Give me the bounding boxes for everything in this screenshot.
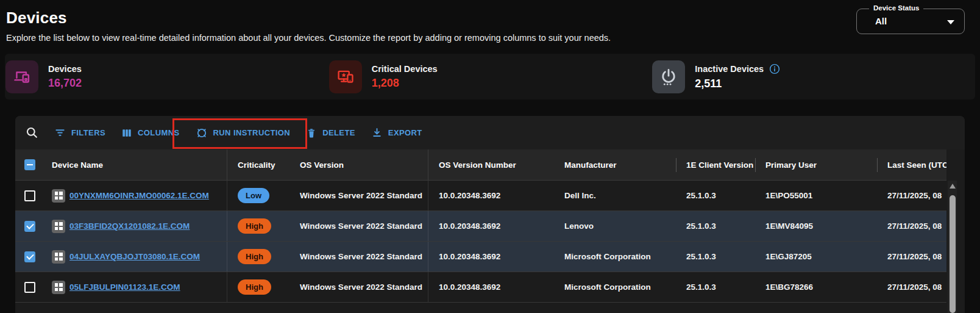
criticality-badge: High (238, 279, 271, 295)
download-icon (371, 127, 383, 139)
filters-label: FILTERS (71, 128, 105, 137)
column-header-manufacturer[interactable]: Manufacturer (554, 149, 676, 180)
device-name-link[interactable]: 05LFJBULPIN01123.1E.COM (69, 282, 180, 292)
column-header-os-version-number[interactable]: OS Version Number (428, 149, 554, 180)
delete-label: DELETE (322, 128, 355, 137)
os-version-cell: Windows Server 2022 Standard (289, 272, 428, 302)
stat-text: Devices 16,702 (48, 64, 82, 90)
device-name-link[interactable]: 03F3BFID2QX1201082.1E.COM (69, 221, 190, 231)
device-status-select[interactable]: Device Status All (856, 9, 965, 34)
client-version-cell: 25.1.0.3 (676, 211, 755, 241)
column-header-criticality[interactable]: Criticality (227, 149, 289, 180)
stat-label: Critical Devices (372, 64, 438, 74)
row-checkbox[interactable] (24, 221, 35, 232)
search-icon[interactable] (26, 126, 38, 139)
info-icon[interactable] (769, 63, 780, 74)
manufacturer-cell: Lenovo (554, 211, 676, 241)
row-checkbox[interactable] (24, 251, 35, 262)
stat-text: Critical Devices 1,208 (372, 64, 438, 90)
scrollbar-thumb[interactable] (950, 195, 956, 313)
os-version-cell: Windows Server 2022 Standard (289, 211, 428, 241)
table-row[interactable]: 05LFJBULPIN01123.1E.COM High Windows Ser… (15, 272, 946, 303)
column-header-primary-user[interactable]: Primary User (755, 149, 877, 180)
table-toolbar: FILTERS COLUMNS RUN INSTRUCTION DEL (15, 116, 965, 149)
last-seen-cell: 27/11/2025, 08 (877, 181, 946, 210)
columns-label: COLUMNS (138, 128, 180, 137)
export-label: EXPORT (388, 128, 422, 137)
last-seen-cell: 27/11/2025, 08 (877, 242, 946, 272)
os-version-number-cell: 10.0.20348.3692 (428, 242, 554, 272)
column-header-client-version[interactable]: 1E Client Version (676, 149, 755, 180)
manufacturer-cell: Microsoft Corporation (554, 242, 676, 272)
stats-strip: Devices 16,702 Critical Devices 1,208 (5, 54, 975, 99)
os-version-number-cell: 10.0.20348.3692 (428, 211, 554, 241)
windows-icon (52, 220, 65, 233)
stat-value: 16,702 (48, 77, 82, 90)
filters-button[interactable]: FILTERS (54, 127, 105, 139)
columns-icon (121, 128, 132, 139)
vertical-scrollbar[interactable] (948, 181, 957, 313)
page-title: Devices (6, 9, 67, 27)
client-version-cell: 25.1.0.3 (676, 181, 755, 210)
columns-button[interactable]: COLUMNS (121, 128, 180, 139)
delete-button[interactable]: DELETE (306, 128, 355, 139)
os-version-cell: Windows Server 2022 Standard (289, 181, 428, 210)
primary-user-cell: 1E\GJ87205 (755, 242, 877, 272)
filter-icon (54, 127, 66, 139)
row-checkbox[interactable] (24, 282, 35, 293)
power-icon (652, 60, 685, 93)
primary-user-cell: 1E\MV84095 (755, 211, 877, 241)
criticality-badge: Low (238, 188, 269, 203)
chevron-down-icon (947, 20, 954, 24)
trash-icon (306, 128, 317, 139)
windows-icon (52, 189, 65, 203)
run-instruction-label: RUN INSTRUCTION (213, 128, 291, 137)
export-button[interactable]: EXPORT (371, 127, 422, 139)
device-name-link[interactable]: 04JULXAYQBJOJT03080.1E.COM (69, 252, 200, 261)
devices-table-panel: FILTERS COLUMNS RUN INSTRUCTION DEL (15, 116, 965, 313)
stat-label: Devices (48, 64, 82, 74)
row-checkbox[interactable] (24, 190, 35, 201)
last-seen-cell: 27/11/2025, 08 (877, 211, 946, 241)
stat-card-devices: Devices 16,702 (5, 60, 328, 93)
table-row[interactable]: 03F3BFID2QX1201082.1E.COM High Windows S… (15, 211, 946, 242)
client-version-cell: 25.1.0.3 (676, 272, 755, 302)
stat-value: 1,208 (372, 77, 438, 90)
table-row[interactable]: 00YNXMM6OINRJMO00062.1E.COM Low Windows … (15, 181, 946, 211)
criticality-badge: High (238, 249, 271, 264)
page-subtitle: Explore the list below to view real-time… (6, 33, 611, 43)
scroll-up-arrow-icon[interactable] (950, 184, 956, 189)
last-seen-cell: 27/11/2025, 08 (877, 272, 946, 302)
column-header-device-name[interactable]: Device Name (43, 149, 227, 180)
stat-text: Inactive Devices 2,511 (695, 63, 780, 90)
stat-card-inactive-devices: Inactive Devices 2,511 (652, 60, 975, 93)
critical-devices-icon (329, 60, 362, 93)
criticality-badge: High (238, 218, 271, 234)
primary-user-cell: 1E\PO55001 (755, 181, 877, 210)
stat-label: Inactive Devices (695, 64, 764, 74)
manufacturer-cell: Microsoft Corporation (554, 272, 676, 302)
table-header-row: Device Name Criticality OS Version OS Ve… (15, 149, 946, 181)
select-all-checkbox[interactable] (24, 159, 35, 170)
primary-user-cell: 1E\BG78266 (755, 272, 877, 302)
table-row[interactable]: 04JULXAYQBJOJT03080.1E.COM High Windows … (15, 242, 946, 272)
manufacturer-cell: Dell Inc. (554, 181, 676, 210)
devices-icon (5, 60, 38, 93)
column-header-os-version[interactable]: OS Version (289, 149, 428, 180)
windows-icon (52, 250, 65, 264)
os-version-number-cell: 10.0.20348.3692 (428, 272, 554, 302)
device-name-link[interactable]: 00YNXMM6OINRJMO00062.1E.COM (69, 191, 209, 200)
stat-value: 2,511 (695, 77, 780, 90)
os-version-number-cell: 10.0.20348.3692 (428, 181, 554, 210)
os-version-cell: Windows Server 2022 Standard (289, 242, 428, 272)
client-version-cell: 25.1.0.3 (676, 242, 755, 272)
windows-icon (52, 281, 65, 294)
device-status-value: All (875, 9, 887, 34)
column-header-last-seen[interactable]: Last Seen (UTC) (877, 149, 946, 180)
run-instruction-icon (196, 127, 208, 139)
run-instruction-button[interactable]: RUN INSTRUCTION (196, 127, 291, 139)
stat-card-critical-devices: Critical Devices 1,208 (328, 60, 652, 93)
